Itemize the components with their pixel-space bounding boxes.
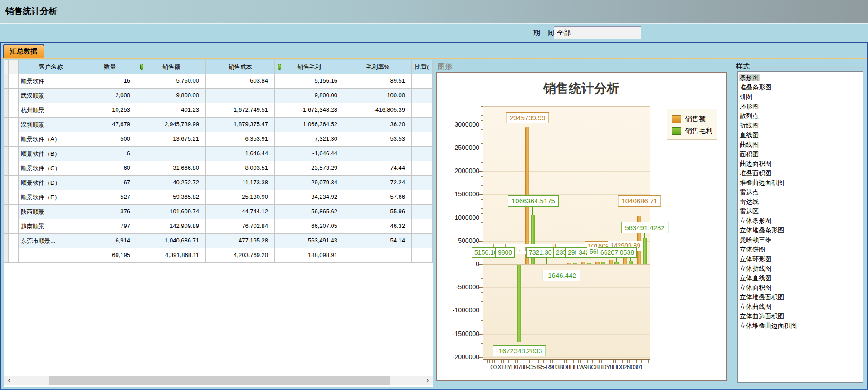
table-cell[interactable]: 1,066,364.52 [275,118,344,132]
style-option[interactable]: 直线图 [739,130,863,140]
table-cell[interactable]: 188,098.91 [275,248,344,263]
table-cell[interactable]: 1,040,686.71 [137,234,206,248]
table-cell[interactable] [9,161,19,176]
table-cell[interactable]: 4,203,769.20 [206,248,275,263]
table-cell[interactable] [412,176,433,190]
table-cell[interactable] [9,74,19,89]
style-option[interactable]: 立体饼图 [739,245,863,254]
style-option[interactable]: 立体曲边面积图 [739,311,863,321]
table-cell[interactable] [344,147,412,161]
table-cell[interactable]: 44,744.12 [206,205,275,219]
table-cell[interactable]: 23,573.29 [275,161,344,176]
table-cell[interactable]: -1,646.44 [275,147,344,161]
table-cell[interactable]: 31,666.80 [137,161,206,176]
header-cell[interactable] [9,60,19,74]
table-cell[interactable] [9,190,19,205]
table-cell[interactable] [9,219,19,234]
table-cell[interactable]: 顺景软件（C） [19,161,83,176]
style-option[interactable]: 立体堆叠条形图 [739,226,863,235]
table-cell[interactable] [4,132,9,147]
header-cell[interactable]: 客户名称 [19,60,83,74]
table-cell[interactable]: 47,679 [83,118,137,132]
table-cell[interactable]: 34,234.92 [275,190,344,205]
table-cell[interactable]: 6 [83,147,137,161]
table-cell[interactable]: 66,207.05 [275,219,344,234]
table-cell[interactable]: 9,800.00 [275,89,344,103]
table-cell[interactable]: 越南顺景 [19,219,83,234]
table-cell[interactable]: 563,491.43 [275,234,344,248]
table-cell[interactable]: 477,195.28 [206,234,275,248]
style-option[interactable]: 立体堆叠面积图 [739,292,863,302]
table-cell[interactable]: 6,914 [83,234,137,248]
style-option[interactable]: 环形图 [739,102,863,111]
table-cell[interactable]: 东莞市顺景... [19,234,83,248]
table-cell[interactable] [4,219,9,234]
table-cell[interactable] [4,118,9,132]
table-cell[interactable]: 13,675.21 [137,132,206,147]
table-cell[interactable]: 376 [83,205,137,219]
scrollbar-thumb[interactable] [49,376,390,385]
table-cell[interactable] [9,89,19,103]
table-cell[interactable]: 顺景软件（D） [19,176,83,190]
style-option[interactable]: 曼哈顿三维 [739,235,863,245]
style-option[interactable]: 雷达线 [739,197,863,207]
table-cell[interactable]: 40,252.72 [137,176,206,190]
table-cell[interactable]: 4,391,868.11 [137,248,206,263]
table-cell[interactable]: 36.20 [344,118,412,132]
style-option[interactable]: 雷达区 [739,207,863,216]
table-cell[interactable] [9,248,19,263]
table-cell[interactable]: 7,321.30 [275,132,344,147]
table-cell[interactable]: 89.51 [344,74,412,89]
style-option[interactable]: 立体曲线图 [739,302,863,311]
table-cell[interactable]: 67 [83,176,137,190]
table-cell[interactable]: 53.53 [344,132,412,147]
table-cell[interactable] [412,132,433,147]
table-cell[interactable] [9,176,19,190]
scroll-left-icon[interactable]: ‹ [4,376,14,385]
table-cell[interactable]: 60 [83,161,137,176]
table-row[interactable]: 顺景软件（A）50013,675.216,353.917,321.3053.53 [4,132,433,147]
table-cell[interactable] [344,248,412,263]
table-cell[interactable]: 74.44 [344,161,412,176]
table-total-row[interactable]: 69,1954,391,868.114,203,769.20188,098.91 [4,248,433,263]
header-cell[interactable]: 比重( [412,60,433,74]
table-row[interactable]: 越南顺景797142,909.8976,702.8466,207.0546.32 [4,219,433,234]
table-cell[interactable] [4,89,9,103]
style-option[interactable]: 立体堆叠曲边面积图 [739,321,863,331]
table-row[interactable]: 陕西顺景376101,609.7444,744.1256,865.6255.96 [4,205,433,219]
table-cell[interactable]: 527 [83,190,137,205]
table-cell[interactable] [9,147,19,161]
table-cell[interactable]: 8,093.51 [206,161,275,176]
table-cell[interactable] [4,248,9,263]
table-cell[interactable]: 顺景软件（E） [19,190,83,205]
table-row[interactable]: 顺景软件（E）52759,365.8225,130.9034,234.9257.… [4,190,433,205]
table-cell[interactable] [412,74,433,89]
table-cell[interactable] [412,219,433,234]
table-cell[interactable]: 500 [83,132,137,147]
table-cell[interactable]: -416,805.39 [344,103,412,118]
table-cell[interactable] [9,103,19,118]
table-cell[interactable]: 46.32 [344,219,412,234]
horizontal-scrollbar[interactable]: ‹ › [4,376,433,385]
table-row[interactable]: 东莞市顺景...6,9141,040,686.71477,195.28563,4… [4,234,433,248]
table-cell[interactable]: 142,909.89 [137,219,206,234]
table-cell[interactable] [412,234,433,248]
table-cell[interactable]: -1,672,348.28 [275,103,344,118]
table-cell[interactable]: 69,195 [83,248,137,263]
header-cell[interactable]: 数量 [83,60,137,74]
table-cell[interactable] [412,248,433,263]
table-cell[interactable]: 顺景软件（B） [19,147,83,161]
table-cell[interactable]: 16 [83,74,137,89]
table-cell[interactable]: 603.84 [206,74,275,89]
header-cell[interactable]: 销售额 [137,60,206,74]
table-cell[interactable] [4,234,9,248]
table-cell[interactable] [412,118,433,132]
table-cell[interactable]: 陕西顺景 [19,205,83,219]
table-cell[interactable] [9,132,19,147]
style-option[interactable]: 雷达点 [739,188,863,197]
table-row[interactable]: 杭州顺景10,253401.231,672,749.51-1,672,348.2… [4,103,433,118]
table-cell[interactable]: 11,173.38 [206,176,275,190]
table-cell[interactable] [412,161,433,176]
table-row[interactable]: 武汉顺景2,0009,800.009,800.00100.00 [4,89,433,103]
table-cell[interactable]: 5,760.00 [137,74,206,89]
